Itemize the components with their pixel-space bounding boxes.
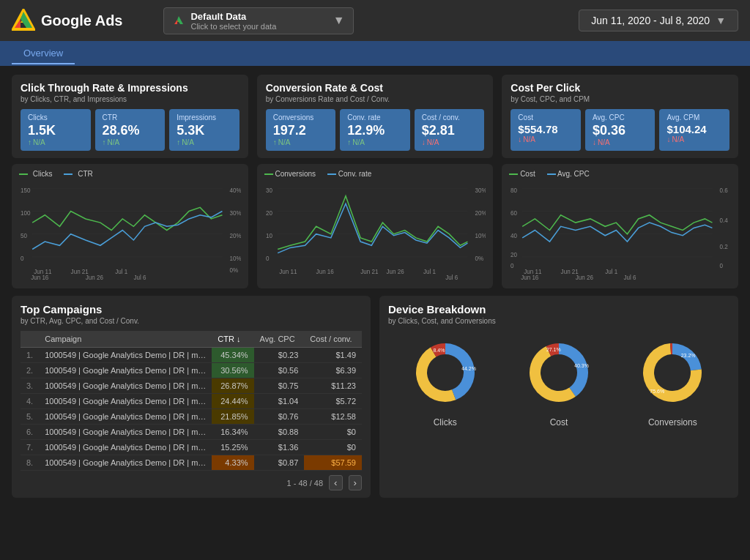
svg-text:Jun 26: Jun 26: [386, 269, 404, 275]
row-num: 3.: [21, 378, 39, 394]
svg-text:Jul 6: Jul 6: [624, 275, 636, 280]
date-chevron-icon: ▼: [716, 15, 726, 26]
row-num: 5.: [21, 409, 39, 425]
svg-text:0: 0: [266, 255, 270, 262]
campaign-name: 1000549 | Google Analytics Demo | DR | m…: [39, 394, 212, 409]
svg-text:60: 60: [510, 210, 517, 217]
svg-text:10: 10: [266, 233, 272, 239]
donut-svg-2: 23.2%75.6%: [632, 332, 713, 413]
svg-text:10%: 10%: [230, 255, 241, 262]
data-selector-text: Default Data Click to select your data: [190, 11, 276, 31]
cpc-panel-title: Cost Per Click: [510, 82, 729, 94]
device-title: Device Breakdown: [388, 303, 729, 316]
svg-marker-7: [174, 20, 177, 24]
campaigns-table: Campaign CTR ↓ Avg. CPC Cost / conv. 1. …: [21, 331, 362, 471]
row-num: 1.: [21, 348, 39, 363]
svg-text:20: 20: [510, 252, 517, 258]
col-ctr[interactable]: CTR ↓: [212, 331, 253, 348]
table-row: 6. 1000549 | Google Analytics Demo | DR …: [21, 425, 362, 440]
row-num: 7.: [21, 440, 39, 455]
donut-hole: [428, 356, 462, 389]
svg-text:10%: 10%: [475, 233, 486, 239]
svg-text:0%: 0%: [230, 267, 239, 274]
conversion-metric-cards: Conversions 197.2 ↑N/A Conv. rate 12.9% …: [266, 109, 485, 151]
app-title: Google Ads: [41, 12, 122, 29]
next-page-button[interactable]: ›: [349, 475, 362, 490]
donut-hole: [542, 356, 576, 389]
clicks-ctr-legend: Clicks CTR: [19, 170, 241, 178]
conversion-panel-sub: by Conversions Rate and Cost / Conv.: [266, 95, 485, 103]
cost-cpc-chart: Cost Avg. CPC 80 60 40 20 0 0.6 0.4 0.2 …: [502, 164, 738, 288]
donut-svg-0: 44.2%8.4%: [405, 332, 486, 413]
donut-chart-label-2: Conversions: [648, 417, 697, 428]
prev-page-button[interactable]: ‹: [329, 475, 342, 490]
campaign-name: 1000549 | Google Analytics Demo | DR | m…: [39, 409, 212, 425]
campaign-name: 1000549 | Google Analytics Demo | DR | m…: [39, 348, 212, 363]
conversions-chart: Conversions Conv. rate 30 20 10 0 30% 20…: [257, 164, 494, 288]
conversions-svg: 30 20 10 0 30% 20% 10% 0% Jun 11 Jun 16 …: [264, 181, 486, 280]
table-pagination: 1 - 48 / 48 ‹ ›: [21, 475, 362, 490]
svg-text:Jun 26: Jun 26: [576, 275, 594, 280]
campaign-cpc: $0.23: [254, 348, 305, 363]
svg-text:0: 0: [510, 263, 514, 269]
svg-text:0.2: 0.2: [720, 244, 729, 250]
donut-hole: [656, 356, 689, 389]
google-ads-logo-icon: [12, 9, 35, 32]
data-selector-dropdown[interactable]: Default Data Click to select your data ▼: [163, 7, 354, 34]
logo-area: Google Ads: [12, 9, 122, 32]
svg-text:20%: 20%: [475, 210, 486, 217]
dropdown-chevron-icon: ▼: [333, 14, 345, 27]
svg-text:0: 0: [720, 263, 724, 269]
svg-text:30%: 30%: [230, 210, 241, 217]
campaign-cpc: $1.36: [254, 440, 305, 455]
svg-text:20%: 20%: [230, 233, 241, 239]
campaign-ctr: 30.56%: [212, 363, 253, 378]
campaign-name: 1000549 | Google Analytics Demo | DR | m…: [39, 455, 212, 471]
top-campaigns-panel: Top Campaigns by CTR, Avg. CPC, and Cost…: [12, 296, 371, 498]
donut-label-0: 44.2%: [461, 366, 476, 371]
svg-text:Jul 1: Jul 1: [115, 269, 127, 275]
svg-text:0: 0: [21, 255, 24, 262]
svg-text:0.4: 0.4: [720, 217, 729, 224]
campaign-cpc: $0.76: [254, 409, 305, 425]
donut-chart-label-1: Cost: [550, 417, 568, 428]
device-charts-container: 44.2%8.4%Clicks40.3%27.1%Cost23.2%75.6%C…: [388, 332, 729, 428]
svg-text:Jul 6: Jul 6: [445, 275, 458, 280]
table-row: 7. 1000549 | Google Analytics Demo | DR …: [21, 440, 362, 455]
svg-text:Jun 26: Jun 26: [86, 275, 104, 280]
col-num: [21, 331, 39, 348]
tab-overview[interactable]: Overview: [12, 43, 75, 64]
bottom-row: Top Campaigns by CTR, Avg. CPC, and Cost…: [12, 296, 738, 498]
ctr-panel-title: Click Through Rate & Impressions: [21, 82, 240, 94]
donut-label-0: 40.3%: [574, 363, 589, 368]
device-breakdown-panel: Device Breakdown by Clicks, Cost, and Co…: [379, 296, 738, 498]
svg-text:Jul 1: Jul 1: [606, 269, 618, 275]
campaign-name: 1000549 | Google Analytics Demo | DR | m…: [39, 378, 212, 394]
col-campaign: Campaign: [39, 331, 212, 348]
campaign-name: 1000549 | Google Analytics Demo | DR | m…: [39, 440, 212, 455]
campaign-conv: $6.39: [304, 363, 362, 378]
campaign-ctr: 24.44%: [212, 394, 253, 409]
conversion-rate-panel: Conversion Rate & Cost by Conversions Ra…: [257, 75, 494, 158]
donut-label-0: 23.2%: [681, 353, 696, 358]
svg-text:30%: 30%: [475, 187, 486, 193]
donut-label-2: 27.1%: [546, 347, 561, 352]
row-num: 2.: [21, 363, 39, 378]
campaign-cpc: $0.87: [254, 455, 305, 471]
charts-row: Clicks CTR 150 100 50 0 40% 30% 20% 10% …: [12, 164, 738, 288]
header: Google Ads Default Data Click to select …: [0, 0, 750, 41]
campaign-ctr: 15.25%: [212, 440, 253, 455]
impressions-card: Impressions 5.3K ↑N/A: [169, 109, 240, 151]
campaign-cpc: $0.56: [254, 363, 305, 378]
campaign-conv: $5.72: [304, 394, 362, 409]
svg-text:40%: 40%: [230, 187, 241, 193]
avg-cpc-card: Avg. CPC $0.36 ↓N/A: [585, 109, 656, 151]
date-range-selector[interactable]: Jun 11, 2020 - Jul 8, 2020 ▼: [579, 10, 738, 31]
table-row: 8. 1000549 | Google Analytics Demo | DR …: [21, 455, 362, 471]
conversion-panel-title: Conversion Rate & Cost: [266, 82, 485, 94]
svg-text:100: 100: [21, 210, 31, 217]
svg-text:30: 30: [266, 187, 272, 193]
cost-cpc-svg: 80 60 40 20 0 0.6 0.4 0.2 0 Jun 11 Jun 2…: [509, 181, 731, 280]
campaign-ctr: 45.34%: [212, 348, 253, 363]
campaign-conv: $11.23: [304, 378, 362, 394]
